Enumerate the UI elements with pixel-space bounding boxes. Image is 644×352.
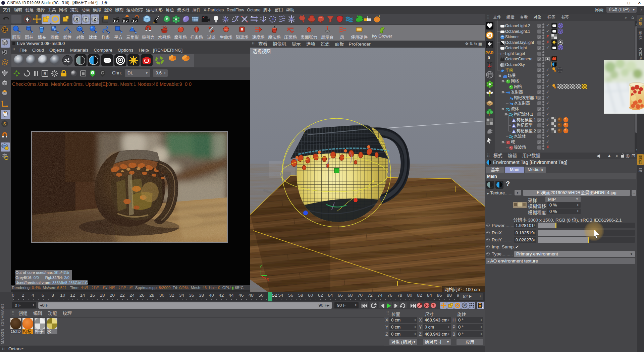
svg-text:S: S: [488, 33, 491, 38]
svg-text:Y: Y: [85, 17, 88, 22]
svg-text:R: R: [44, 71, 47, 76]
svg-text:Z: Z: [94, 17, 96, 22]
svg-text:网格间距 : 100 cm: 网格间距 : 100 cm: [444, 287, 480, 292]
svg-text:o: o: [503, 52, 504, 55]
svg-text:透视视图: 透视视图: [253, 49, 271, 54]
svg-text:S: S: [3, 121, 6, 126]
svg-text:X: X: [267, 278, 269, 281]
svg-text:X: X: [75, 17, 78, 22]
svg-text:P: P: [464, 304, 466, 307]
svg-text:Y: Y: [260, 265, 262, 269]
svg-text:?: ?: [432, 303, 434, 308]
svg-text:F: F: [92, 71, 94, 75]
svg-text:L: L: [500, 52, 502, 56]
